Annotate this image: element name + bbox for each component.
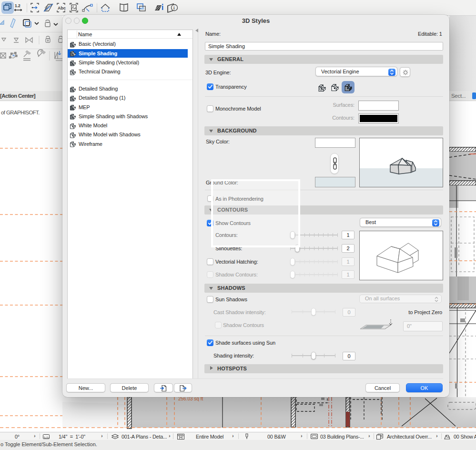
svg-text:1.2: 1.2 xyxy=(15,3,20,8)
svg-text:i: i xyxy=(173,6,175,10)
svg-text:Abc: Abc xyxy=(58,6,66,10)
